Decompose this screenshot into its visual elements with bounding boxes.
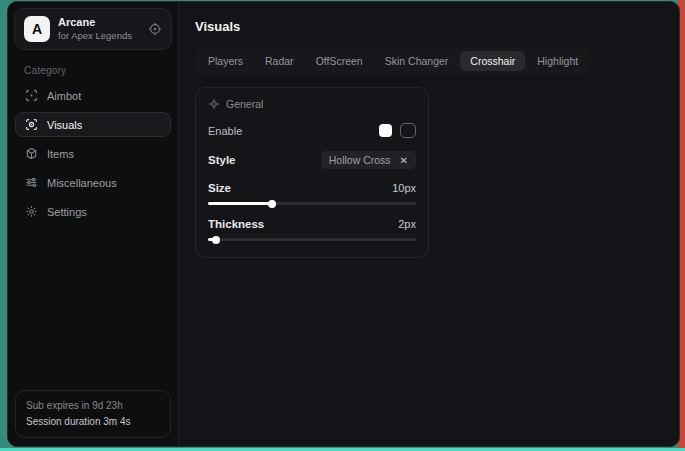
app-subtitle: for Apex Legends [58, 30, 140, 42]
sidebar-nav: Aimbot Visuals Items [14, 83, 172, 224]
thickness-value: 2px [398, 218, 416, 230]
enable-checkbox[interactable] [379, 124, 392, 137]
tab-crosshair[interactable]: Crosshair [460, 51, 525, 71]
size-label: Size [208, 182, 231, 194]
target-icon[interactable] [148, 22, 162, 36]
page-title: Visuals [195, 19, 663, 34]
cube-icon [25, 147, 38, 160]
app-header-card: A Arcane for Apex Legends [14, 8, 172, 50]
sidebar-item-label: Items [47, 148, 74, 160]
tab-radar[interactable]: Radar [255, 51, 304, 71]
sub-expires-text: Sub expires in 9d 23h [26, 398, 160, 414]
sidebar-item-settings[interactable]: Settings [15, 199, 171, 224]
tab-players[interactable]: Players [198, 51, 253, 71]
enable-keybind-box[interactable] [400, 123, 416, 138]
enable-row: Enable [208, 123, 416, 138]
tab-offscreen[interactable]: OffScreen [306, 51, 373, 71]
sliders-icon [25, 176, 38, 189]
general-card: General Enable Style Hollow Cross ✕ Size… [195, 87, 429, 258]
size-slider-fill [208, 202, 272, 205]
style-label: Style [208, 154, 236, 166]
sidebar-item-label: Settings [47, 206, 87, 218]
sidebar-item-aimbot[interactable]: Aimbot [15, 83, 171, 108]
sidebar-spacer [14, 224, 172, 390]
sidebar-item-items[interactable]: Items [15, 141, 171, 166]
general-card-title: General [226, 98, 263, 110]
clear-icon[interactable]: ✕ [400, 155, 408, 166]
sidebar-item-label: Visuals [47, 119, 82, 131]
gear-icon [25, 205, 38, 218]
session-duration-text: Session duration 3m 4s [26, 414, 160, 430]
main-content: Visuals Players Radar OffScreen Skin Cha… [179, 2, 679, 446]
tab-highlight[interactable]: Highlight [527, 51, 588, 71]
size-slider[interactable] [208, 202, 416, 205]
crosshair-dot-icon [208, 98, 220, 110]
app-window: A Arcane for Apex Legends Category [7, 1, 680, 447]
size-value: 10px [392, 182, 416, 194]
thickness-slider-thumb[interactable] [212, 236, 220, 244]
thickness-slider[interactable] [208, 238, 416, 241]
thickness-row: Thickness 2px [208, 218, 416, 230]
style-value: Hollow Cross [329, 154, 391, 166]
size-slider-thumb[interactable] [268, 200, 276, 208]
subscription-card: Sub expires in 9d 23h Session duration 3… [15, 390, 171, 438]
sidebar: A Arcane for Apex Legends Category [8, 2, 179, 446]
sidebar-item-miscellaneous[interactable]: Miscellaneous [15, 170, 171, 195]
crosshair-icon [25, 89, 38, 102]
app-logo: A [24, 16, 50, 42]
tab-skin-changer[interactable]: Skin Changer [375, 51, 459, 71]
enable-controls [379, 123, 416, 138]
category-label: Category [24, 65, 172, 76]
scan-eye-icon [25, 118, 38, 131]
app-name: Arcane [58, 16, 140, 30]
general-card-header: General [208, 98, 416, 110]
sidebar-item-visuals[interactable]: Visuals [15, 112, 171, 137]
size-row: Size 10px [208, 182, 416, 194]
style-row: Style Hollow Cross ✕ [208, 151, 416, 169]
sidebar-item-label: Miscellaneous [47, 177, 117, 189]
sidebar-item-label: Aimbot [47, 90, 81, 102]
visuals-tabbar: Players Radar OffScreen Skin Changer Cro… [195, 48, 591, 74]
thickness-label: Thickness [208, 218, 264, 230]
style-dropdown[interactable]: Hollow Cross ✕ [321, 151, 416, 169]
app-meta: Arcane for Apex Legends [58, 16, 140, 42]
enable-label: Enable [208, 125, 242, 137]
